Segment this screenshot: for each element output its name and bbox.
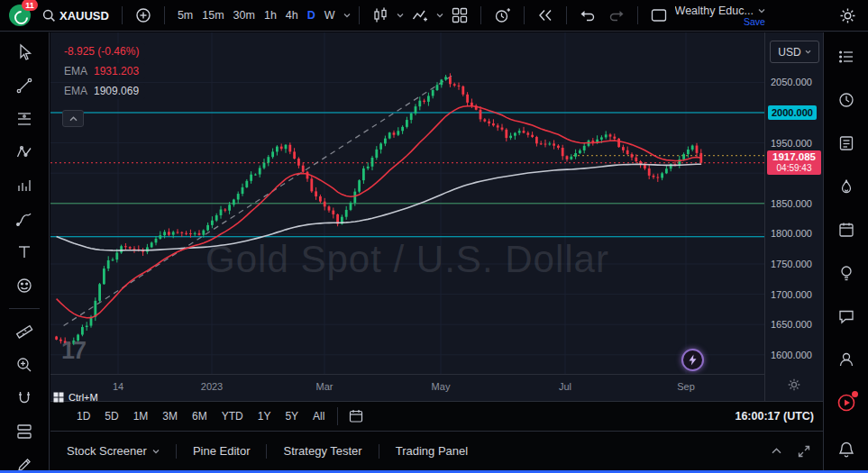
interval-15m[interactable]: 15m bbox=[197, 3, 228, 28]
chevron-down-icon bbox=[758, 8, 765, 14]
magnet-tool[interactable] bbox=[12, 387, 37, 409]
interval-4h[interactable]: 4h bbox=[281, 3, 303, 28]
current-price-value: 1917.085 bbox=[767, 151, 821, 163]
object-tree-tool[interactable] bbox=[12, 421, 37, 442]
gear-icon bbox=[839, 7, 856, 24]
footer-tab-stock-screener[interactable]: Stock Screener bbox=[63, 432, 163, 470]
alert-button[interactable] bbox=[489, 3, 516, 28]
trendline-tool[interactable] bbox=[12, 75, 37, 96]
range-3m[interactable]: 3M bbox=[156, 407, 184, 425]
settings-gear-button[interactable] bbox=[835, 3, 861, 28]
time-axis[interactable]: 142023MarMayJulSep bbox=[50, 374, 764, 401]
layout-window-button[interactable] bbox=[646, 3, 672, 28]
indicators-icon bbox=[412, 7, 428, 23]
panel-chevron-up-icon[interactable] bbox=[772, 448, 781, 454]
layout-window-icon bbox=[651, 8, 667, 23]
keyboard-key-icon bbox=[53, 392, 64, 403]
price-label: 1800.000 bbox=[771, 226, 812, 241]
range-ytd[interactable]: YTD bbox=[215, 407, 250, 425]
price-label: 2000.000 bbox=[768, 105, 817, 120]
candlestick-chart[interactable] bbox=[50, 32, 764, 374]
interval-W[interactable]: W bbox=[320, 3, 340, 28]
ctrl-m-hint: Ctrl+M bbox=[53, 392, 98, 403]
currency-dropdown[interactable]: USD bbox=[770, 41, 819, 63]
layout-name-button[interactable]: Wealthy Educ... Save bbox=[675, 0, 765, 31]
symbol-search-button[interactable]: XAUUSD bbox=[38, 3, 114, 28]
tradingview-logo-watermark: 17 bbox=[61, 337, 85, 365]
interval-5m[interactable]: 5m bbox=[173, 3, 197, 28]
alarm-clock-plus-icon bbox=[494, 7, 511, 24]
interval-D[interactable]: D bbox=[303, 3, 320, 28]
ideas-button[interactable] bbox=[834, 261, 859, 285]
pattern-tool[interactable] bbox=[12, 141, 37, 163]
cursor-tool[interactable] bbox=[12, 41, 37, 63]
account-logo[interactable]: 11 bbox=[7, 3, 34, 28]
range-all[interactable]: All bbox=[306, 407, 331, 425]
chart-style-button[interactable] bbox=[368, 3, 393, 28]
notification-count-badge: 11 bbox=[22, 0, 38, 11]
interval-chevron-icon[interactable] bbox=[343, 13, 351, 18]
footer-tab-strategy-tester[interactable]: Strategy Tester bbox=[279, 432, 365, 470]
save-layout-link[interactable]: Save bbox=[744, 16, 765, 27]
footer-tab-trading-panel[interactable]: Trading Panel bbox=[392, 432, 471, 470]
style-chevron-icon[interactable] bbox=[397, 13, 404, 18]
chat-button[interactable] bbox=[834, 305, 859, 328]
interval-1h[interactable]: 1h bbox=[260, 3, 281, 28]
bar-countdown: 04:59:43 bbox=[767, 163, 821, 174]
purple-timer-badge[interactable] bbox=[681, 349, 704, 371]
chevron-down-icon bbox=[152, 449, 160, 454]
time-label: 14 bbox=[113, 381, 123, 392]
zoom-tool[interactable] bbox=[12, 354, 37, 376]
undo-button[interactable] bbox=[575, 3, 600, 28]
chart-legend: -8.925 (-0.46%) EMA 1931.203 EMA 1909.06… bbox=[58, 43, 145, 99]
live-button[interactable] bbox=[834, 391, 859, 414]
ema1-label: EMA bbox=[64, 65, 87, 77]
range-1d[interactable]: 1D bbox=[70, 407, 96, 425]
ruler-tool[interactable] bbox=[12, 321, 37, 342]
watchlist-button[interactable] bbox=[834, 45, 859, 68]
price-label: 1650.000 bbox=[771, 317, 812, 332]
indicators-button[interactable] bbox=[407, 3, 433, 28]
price-change-label: -8.925 (-0.46%) bbox=[64, 45, 139, 58]
layout-grid-button[interactable] bbox=[447, 3, 472, 28]
redo-button[interactable] bbox=[604, 3, 629, 28]
ema2-value: 1909.069 bbox=[94, 85, 139, 97]
interval-30m[interactable]: 30m bbox=[229, 3, 260, 28]
hotlists-button[interactable] bbox=[834, 175, 859, 198]
bar-replay-button[interactable] bbox=[533, 3, 558, 28]
candles-icon bbox=[372, 7, 388, 23]
notifications-button[interactable] bbox=[834, 438, 859, 461]
emoji-tool[interactable] bbox=[12, 275, 37, 296]
chevron-down-icon bbox=[805, 50, 811, 54]
news-button[interactable] bbox=[834, 132, 859, 155]
panel-expand-icon[interactable] bbox=[798, 445, 810, 458]
range-toolbar: Ctrl+M 1D5D1M3M6MYTD1Y5YAll 16:00:17 (UT… bbox=[50, 401, 823, 431]
streams-button[interactable] bbox=[834, 348, 859, 371]
text-tool[interactable] bbox=[12, 241, 37, 263]
compare-add-button[interactable] bbox=[131, 3, 156, 28]
brush-tool[interactable] bbox=[12, 208, 37, 230]
range-5d[interactable]: 5D bbox=[98, 407, 124, 425]
range-1m[interactable]: 1M bbox=[127, 407, 155, 425]
go-to-date-button[interactable] bbox=[344, 404, 368, 429]
chart-pane[interactable]: Gold Spot / U.S. Dollar 17 -8.925 (-0.46… bbox=[50, 32, 764, 374]
time-label: 2023 bbox=[201, 381, 223, 392]
scale-settings-gear[interactable] bbox=[787, 377, 801, 392]
live-red-dot bbox=[852, 391, 858, 397]
current-price-badge: 1917.085 04:59:43 bbox=[767, 150, 821, 175]
range-1y[interactable]: 1Y bbox=[251, 407, 278, 425]
footer-tab-pine-editor[interactable]: Pine Editor bbox=[189, 432, 254, 470]
range-5y[interactable]: 5Y bbox=[279, 407, 305, 425]
session-clock[interactable]: 16:00:17 (UTC) bbox=[735, 410, 814, 423]
price-label: 2050.000 bbox=[771, 75, 812, 89]
calendar-button[interactable] bbox=[834, 218, 859, 241]
price-scale[interactable]: USD 2050.0002000.0001950.0001850.0001800… bbox=[764, 32, 823, 401]
forecast-tool[interactable] bbox=[12, 175, 37, 196]
collapse-legend-button[interactable] bbox=[62, 110, 84, 127]
range-6m[interactable]: 6M bbox=[186, 407, 214, 425]
alerts-button[interactable] bbox=[834, 88, 859, 112]
bottom-panel-tabs: Stock ScreenerPine EditorStrategy Tester… bbox=[50, 431, 823, 470]
indicators-chevron-icon[interactable] bbox=[436, 13, 443, 18]
fib-retracement-tool[interactable] bbox=[12, 108, 37, 130]
search-icon bbox=[42, 9, 56, 23]
